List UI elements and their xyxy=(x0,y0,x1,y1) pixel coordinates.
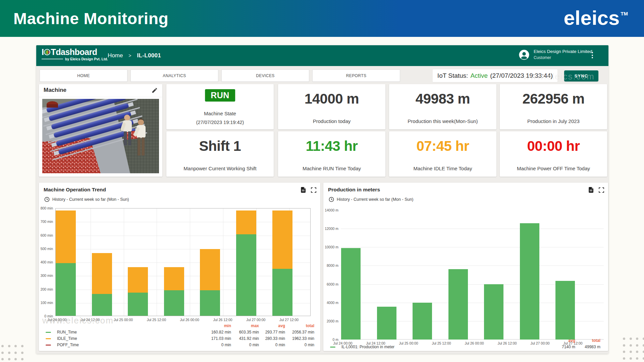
bar-segment-il-l0001-production-in-meter[interactable] xyxy=(484,284,503,340)
bar-segment-idle-time[interactable] xyxy=(200,249,220,290)
user-avatar[interactable] xyxy=(519,50,529,60)
chart-title: Machine Operation Trend xyxy=(44,187,106,193)
logo-text-i: I xyxy=(42,48,44,57)
bar-segment-idle-time[interactable] xyxy=(236,210,256,235)
legend-header-total: total xyxy=(306,323,314,328)
bar-segment-run-time[interactable] xyxy=(272,269,292,316)
stat-card-machine-power-off-time-today: 00:00 hrMachine Power OFF Time Today xyxy=(500,131,607,177)
legend-series-name: IL-L0001: Production in meter xyxy=(341,345,394,349)
bar-segment-idle-time[interactable] xyxy=(128,267,148,293)
bar-segment-idle-time[interactable] xyxy=(92,253,112,294)
tab-analytics[interactable]: ANALYTICS xyxy=(130,69,218,82)
user-organization: Eleics Design Private Limited xyxy=(534,49,592,54)
export-file-icon[interactable] xyxy=(301,187,306,193)
y-axis-label: 600 min xyxy=(38,233,53,237)
page-title: Machine Monitoring xyxy=(13,9,168,28)
fullscreen-icon[interactable] xyxy=(311,187,316,193)
stat-value: 262956 m xyxy=(500,91,607,107)
stat-value: 14000 m xyxy=(278,91,385,107)
bar-segment-il-l0001-production-in-meter[interactable] xyxy=(520,223,539,340)
bar-segment-run-time[interactable] xyxy=(200,290,220,316)
x-axis-label: Jul 24 12:00 xyxy=(76,318,104,322)
y-axis-label: 100 min xyxy=(38,301,53,305)
stat-card-machine-run-time-today: 11:43 hrMachine RUN Time Today xyxy=(278,131,385,177)
logo-subtitle: by Eleics Design Pvt. Ltd. xyxy=(65,57,108,61)
legend-series-name: IDLE_Time xyxy=(57,336,77,341)
legend-stat-value: 280.33 min xyxy=(265,336,285,341)
bar-segment-il-l0001-production-in-meter[interactable] xyxy=(555,281,575,340)
y-axis-label: 10000 m xyxy=(322,245,338,249)
breadcrumb-separator: > xyxy=(128,53,131,58)
production-in-meters-card: Production in meters History - Current w… xyxy=(323,183,608,351)
legend-stat-value: 7140 m xyxy=(562,345,575,349)
y-axis-label: 12000 m xyxy=(322,227,338,231)
stat-label: Production this week(Mon-Sun) xyxy=(389,118,496,124)
stat-label: Production in July 2023 xyxy=(500,118,607,124)
tab-home[interactable]: HOME xyxy=(40,69,127,82)
export-file-icon[interactable] xyxy=(589,187,593,193)
bar-segment-il-l0001-production-in-meter[interactable] xyxy=(377,307,396,340)
kebab-menu-icon[interactable] xyxy=(590,52,594,60)
bar-segment-run-time[interactable] xyxy=(236,234,256,316)
stat-card-manpower-current-working-shift: Shift 1Manpower Current Working Shift xyxy=(166,131,274,177)
x-axis-label: Jul 27 12:00 xyxy=(275,318,303,322)
sync-button[interactable]: SYNC xyxy=(564,70,598,81)
x-axis-label: Jul 27 00:00 xyxy=(242,318,270,322)
brand-text: eleics xyxy=(564,7,620,29)
chart-plot-area xyxy=(55,208,311,316)
bar-segment-run-time[interactable] xyxy=(56,263,76,316)
bar-segment-idle-time[interactable] xyxy=(272,210,292,269)
breadcrumb-home[interactable]: Home xyxy=(108,52,123,59)
y-axis-label: 6000 m xyxy=(322,282,338,286)
chart-plot-area xyxy=(341,210,604,340)
legend-header-total: total xyxy=(592,338,600,343)
bar-segment-run-time[interactable] xyxy=(128,293,148,316)
iot-gauge-icon xyxy=(44,49,50,55)
legend-stat-value: 1962.33 min xyxy=(292,336,314,341)
breadcrumb-current: IL-L0001 xyxy=(137,52,161,59)
legend-header-max: max xyxy=(251,323,259,328)
edit-pencil-icon[interactable] xyxy=(152,87,158,95)
iot-status-state: Active xyxy=(470,72,488,79)
y-axis-label: 400 min xyxy=(38,260,53,264)
machine-state-badge: RUN xyxy=(205,89,235,102)
bar-segment-run-time[interactable] xyxy=(92,294,112,316)
bar-segment-idle-time[interactable] xyxy=(56,210,76,263)
fullscreen-icon[interactable] xyxy=(599,187,604,193)
legend-swatch xyxy=(46,345,51,346)
legend-stat-value: 603.35 min xyxy=(239,330,259,335)
bar-segment-run-time[interactable] xyxy=(164,290,184,316)
stat-value: Shift 1 xyxy=(166,138,274,154)
legend-stat-value: 49983 m xyxy=(585,345,600,349)
machine-monitoring-page: Machine Monitoring eleicsTM ITdashboard … xyxy=(0,0,644,362)
bar-segment-idle-time[interactable] xyxy=(164,267,184,290)
machine-card-title: Machine xyxy=(44,87,66,94)
legend-swatch xyxy=(46,338,51,339)
machine-photo xyxy=(42,99,159,173)
legend-row-poff-time: POFF_Time0 min0 min0 min0 min xyxy=(44,342,314,349)
y-axis-label: 2000 m xyxy=(322,319,338,323)
legend-series-name: POFF_Time xyxy=(57,343,79,347)
tab-reports[interactable]: REPORTS xyxy=(312,69,400,82)
legend-series-name: RUN_Time xyxy=(57,330,77,335)
person-icon xyxy=(519,50,529,60)
logo-underline xyxy=(42,59,63,59)
iot-status-box: IoT Status: Active (27/07/2023 19:33:44) xyxy=(433,69,557,82)
x-axis-label: Jul 26 12:00 xyxy=(209,318,237,322)
bar-segment-il-l0001-production-in-meter[interactable] xyxy=(341,248,361,340)
brand-trademark: TM xyxy=(621,11,628,16)
bar-segment-il-l0001-production-in-meter[interactable] xyxy=(413,303,432,340)
stat-label: Machine IDLE Time Today xyxy=(389,166,496,171)
y-axis-label: 8000 m xyxy=(322,263,338,267)
top-banner: Machine Monitoring eleicsTM xyxy=(0,0,644,37)
stat-label: Machine State xyxy=(166,111,274,116)
stat-value: 00:00 hr xyxy=(500,138,607,154)
logo-text-rest: Tdashboard xyxy=(51,48,97,57)
legend-header-avg: avg xyxy=(568,338,575,343)
iotdashboard-logo[interactable]: ITdashboard by Eleics Design Pvt. Ltd. xyxy=(42,48,108,61)
breadcrumb: Home > IL-L0001 xyxy=(108,45,161,66)
user-info: Eleics Design Private Limited Customer xyxy=(534,49,592,60)
tab-devices[interactable]: DEVICES xyxy=(221,69,309,82)
bar-segment-il-l0001-production-in-meter[interactable] xyxy=(448,269,468,340)
stat-label: Machine Power OFF Time Today xyxy=(500,166,607,171)
